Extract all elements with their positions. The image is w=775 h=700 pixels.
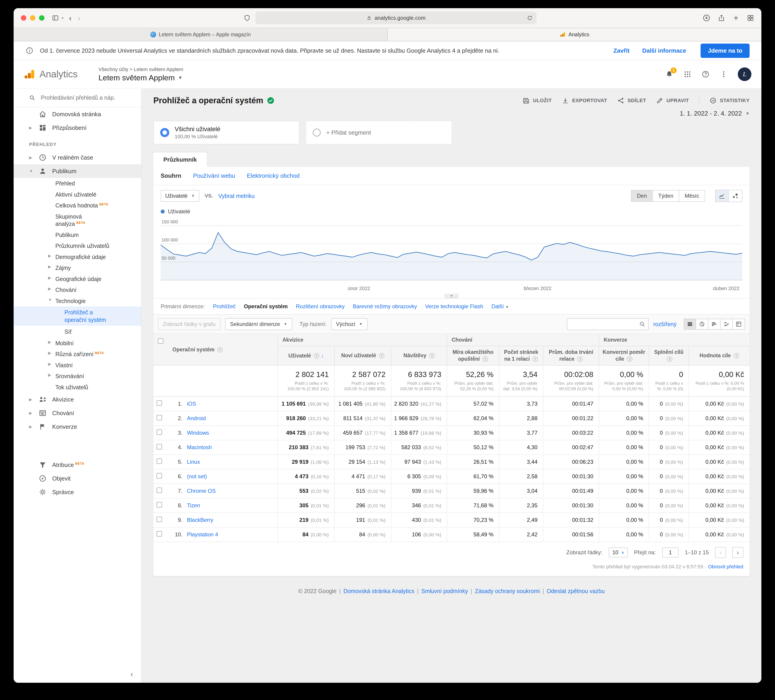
edit-button[interactable]: UPRAVIT bbox=[656, 97, 689, 104]
account-picker[interactable]: Letem světem Applem ▼ bbox=[98, 73, 183, 82]
add-segment-card[interactable]: + Přidat segment bbox=[306, 121, 452, 144]
help-icon[interactable]: ? bbox=[429, 353, 435, 358]
browser-tab-apple-magazine[interactable]: Letem světem Applem – Apple magazín bbox=[13, 28, 388, 41]
save-button[interactable]: ULOŽIT bbox=[522, 97, 552, 104]
sidebar-item[interactable]: ▼Publikum bbox=[13, 164, 141, 178]
more-options-icon[interactable] bbox=[720, 70, 728, 78]
subtab[interactable]: Používání webu bbox=[193, 172, 235, 179]
subtab[interactable]: Elektronický obchod bbox=[247, 172, 300, 179]
apps-grid-icon[interactable] bbox=[684, 70, 692, 78]
row-checkbox[interactable] bbox=[156, 430, 162, 435]
refresh-report-link[interactable]: Obnovit přehled bbox=[708, 564, 743, 570]
column-header-dimension[interactable]: Operační systém ? bbox=[168, 334, 278, 365]
metric-dropdown[interactable]: Uživatelé ▼ bbox=[161, 190, 200, 202]
sidebar-subitem[interactable]: Průzkumník uživatelů bbox=[13, 240, 141, 252]
browser-tab-analytics[interactable]: Analytics bbox=[388, 28, 762, 41]
sidebar-subitem[interactable]: ▶Chování bbox=[13, 284, 141, 295]
help-icon[interactable]: ? bbox=[217, 347, 223, 352]
os-link[interactable]: Linux bbox=[187, 459, 200, 465]
row-checkbox[interactable] bbox=[156, 400, 162, 406]
sidebar-subitem[interactable]: ▶Různá zařízeníBETA bbox=[13, 348, 141, 360]
goto-page-input[interactable] bbox=[662, 547, 679, 557]
column-header[interactable]: Návštěvy ? bbox=[391, 346, 447, 365]
row-checkbox[interactable] bbox=[156, 444, 162, 449]
dimension-option[interactable]: Operační systém bbox=[244, 303, 288, 310]
row-checkbox[interactable] bbox=[156, 415, 162, 420]
os-link[interactable]: (not set) bbox=[187, 473, 207, 479]
sidebar-subitem[interactable]: ▶Vlastní bbox=[13, 360, 141, 371]
address-bar[interactable]: analytics.google.com bbox=[255, 12, 537, 24]
sidebar-subitem[interactable]: ▼Technologie bbox=[13, 295, 141, 307]
sidebar-subitem[interactable]: Přehled bbox=[13, 178, 141, 189]
performance-view-button[interactable] bbox=[708, 319, 720, 330]
plot-rows-button[interactable]: Zobrazit řádky v grafu bbox=[158, 318, 221, 330]
dimension-option[interactable]: Prohlížeč bbox=[213, 303, 236, 310]
footer-link[interactable]: Domovská stránka Analytics bbox=[344, 588, 414, 594]
dimension-option[interactable]: Rozlišení obrazovky bbox=[296, 303, 344, 310]
banner-more-info-button[interactable]: Další informace bbox=[642, 47, 686, 54]
comparison-view-button[interactable] bbox=[720, 319, 733, 330]
column-header[interactable]: Noví uživatelé ? bbox=[334, 346, 391, 365]
footer-link[interactable]: Odeslat zpětnou vazbu bbox=[547, 588, 605, 594]
zoom-window-button[interactable] bbox=[39, 15, 45, 21]
sidebar-subitem[interactable]: Skupinová analýzaBETA bbox=[13, 211, 141, 230]
table-search-field[interactable] bbox=[567, 318, 649, 330]
column-header[interactable]: Počet stránek na 1 relaci ? bbox=[499, 346, 543, 365]
granularity-button[interactable]: Týden bbox=[652, 190, 679, 202]
sidebar-subitem[interactable]: Síť bbox=[13, 326, 141, 338]
sidebar-item[interactable]: Správce bbox=[13, 485, 141, 499]
sidebar-subitem[interactable]: ▶Mobilní bbox=[13, 338, 141, 349]
sidebar-item[interactable]: ▶Konverze bbox=[13, 420, 141, 433]
granularity-button[interactable]: Den bbox=[631, 190, 652, 202]
sidebar-collapse-button[interactable]: ‹ bbox=[130, 670, 133, 678]
close-window-button[interactable] bbox=[21, 15, 26, 21]
avatar[interactable]: L bbox=[738, 67, 752, 81]
notifications-button[interactable]: 1 bbox=[665, 70, 674, 78]
advanced-search-link[interactable]: rozšířený bbox=[653, 321, 677, 328]
banner-dismiss-button[interactable]: Zavřít bbox=[614, 47, 630, 54]
percentage-view-button[interactable] bbox=[696, 319, 708, 330]
select-metric-link[interactable]: Vybrat metriku bbox=[218, 193, 254, 199]
sidebar-subitem[interactable]: Publikum bbox=[13, 230, 141, 241]
sidebar-item[interactable]: ▶Akvizice bbox=[13, 393, 141, 406]
banner-cta-button[interactable]: Jdeme na to bbox=[700, 43, 750, 58]
sidebar-subitem[interactable]: Tok uživatelů bbox=[13, 382, 141, 393]
row-checkbox[interactable] bbox=[156, 517, 162, 522]
insights-button[interactable]: STATISTIKY bbox=[709, 97, 750, 104]
search-icon[interactable] bbox=[639, 321, 645, 327]
sidebar-item[interactable]: Objevit bbox=[13, 472, 141, 485]
row-checkbox[interactable] bbox=[156, 488, 162, 493]
segment-card-all-users[interactable]: Všichni uživatelé 100,00 % Uživatelé bbox=[153, 121, 299, 144]
help-icon[interactable]: ? bbox=[667, 357, 672, 362]
subtab[interactable]: Souhrn bbox=[161, 172, 181, 179]
select-all-checkbox[interactable] bbox=[158, 338, 163, 343]
data-view-button[interactable] bbox=[684, 319, 696, 330]
column-header[interactable]: Prům. doba trvání relace ? bbox=[543, 346, 599, 365]
column-header[interactable]: Konverzní poměr cíle ? bbox=[599, 346, 649, 365]
dimension-option[interactable]: Barevné režimy obrazovky bbox=[353, 303, 417, 310]
previous-page-button[interactable]: ‹ bbox=[715, 547, 726, 558]
dimension-option[interactable]: Verze technologie Flash bbox=[425, 303, 483, 310]
row-checkbox[interactable] bbox=[156, 502, 162, 508]
os-link[interactable]: iOS bbox=[187, 401, 196, 407]
sidebar-subitem[interactable]: ▶Srovnávání bbox=[13, 371, 141, 382]
analytics-logo[interactable]: Analytics bbox=[23, 68, 78, 80]
os-link[interactable]: Playstation 4 bbox=[187, 532, 218, 537]
chart-collapse-handle[interactable]: ▼ bbox=[445, 294, 458, 298]
sidebar-subitem[interactable]: Prohlížeč a operační systém bbox=[13, 307, 141, 326]
sidebar-subitem[interactable]: Aktivní uživatelé bbox=[13, 189, 141, 200]
pivot-view-button[interactable] bbox=[733, 319, 745, 330]
sidebar-subitem[interactable]: ▶Geografické údaje bbox=[13, 273, 141, 285]
help-icon[interactable]: ? bbox=[314, 353, 319, 358]
rows-per-page-select[interactable]: 10 ▲▼ bbox=[609, 547, 628, 557]
sidebar-item[interactable]: Domovská stránka bbox=[13, 107, 141, 121]
share-button[interactable]: SDÍLET bbox=[617, 97, 646, 104]
row-checkbox[interactable] bbox=[156, 531, 162, 537]
sidebar-item[interactable]: AtribuceBETA bbox=[13, 458, 141, 472]
new-tab-icon[interactable] bbox=[732, 14, 740, 22]
back-button[interactable]: ‹ bbox=[68, 14, 72, 22]
row-checkbox[interactable] bbox=[156, 473, 162, 478]
help-icon[interactable]: ? bbox=[734, 353, 739, 358]
refresh-icon[interactable] bbox=[527, 15, 533, 21]
os-link[interactable]: Chrome OS bbox=[187, 488, 216, 494]
